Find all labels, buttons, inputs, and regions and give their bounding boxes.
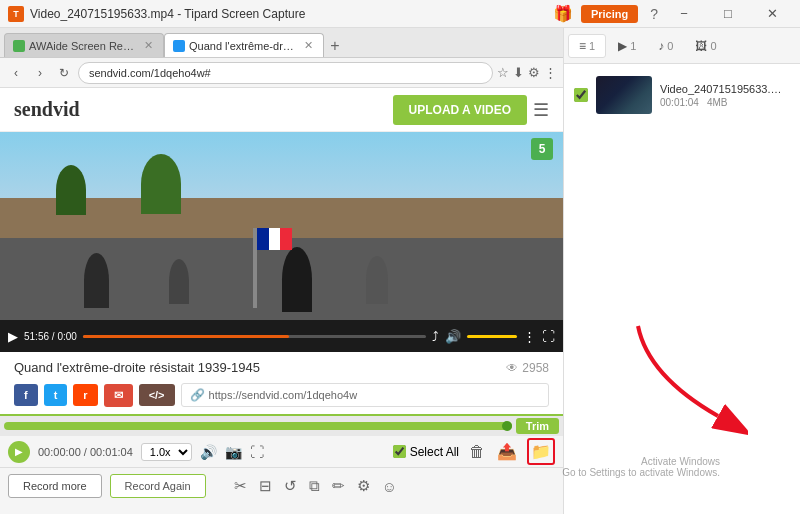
export-icon[interactable]: 📤	[495, 440, 519, 463]
close-button[interactable]: ✕	[752, 3, 792, 25]
right-panel: ≡ 1 ▶ 1 ♪ 0 🖼 0	[564, 28, 800, 514]
media-tab-all[interactable]: ≡ 1	[568, 34, 606, 58]
refresh-button[interactable]: ↻	[54, 63, 74, 83]
browser-tab-2[interactable]: Quand l'extrême-droite résist... ✕	[164, 33, 324, 57]
video-total-time: 0:00	[57, 331, 76, 342]
media-item-checkbox[interactable]	[574, 88, 588, 102]
titlebar-title: Video_240715195633.mp4 - Tipard Screen C…	[30, 7, 305, 21]
settings-icon[interactable]: ⚙	[357, 477, 370, 495]
record-more-button[interactable]: Record more	[8, 474, 102, 498]
main-container: AWAide Screen Recorder: Scre... ✕ Quand …	[0, 28, 800, 514]
question-icon[interactable]: ?	[650, 6, 658, 22]
email-share-button[interactable]: ✉	[104, 384, 133, 407]
video-scene: 5	[0, 132, 563, 352]
fullscreen-ctrl-icon[interactable]: ⛶	[250, 444, 264, 460]
browser-tab-1[interactable]: AWAide Screen Recorder: Scre... ✕	[4, 33, 164, 57]
media-tab-image[interactable]: 🖼 0	[685, 35, 726, 57]
extension-icon[interactable]: ⚙	[528, 65, 540, 80]
fullscreen-icon[interactable]: ⛶	[542, 329, 555, 344]
video-container: 5 ▶ 51:56 / 0:00 ⤴ 🔊 ⋮	[0, 132, 563, 352]
image-icon: 🖼	[695, 39, 707, 53]
media-filename: Video_240715195633.mp4	[660, 83, 790, 95]
adjust-icon[interactable]: ⊟	[259, 477, 272, 495]
record-again-button[interactable]: Record Again	[110, 474, 206, 498]
pricing-button[interactable]: Pricing	[581, 5, 638, 23]
video-count: 1	[630, 40, 636, 52]
video-play-button[interactable]: ▶	[8, 329, 18, 344]
delete-icon[interactable]: 🗑	[467, 441, 487, 463]
figure-4	[366, 256, 388, 304]
time-display: 00:00:00 / 00:01:04	[38, 446, 133, 458]
tab-close-2[interactable]: ✕	[302, 39, 315, 52]
facebook-share-button[interactable]: f	[14, 384, 38, 406]
minimize-button[interactable]: −	[664, 3, 704, 25]
smiley-icon[interactable]: ☺	[382, 478, 397, 495]
figure-2	[169, 259, 189, 304]
volume-bar[interactable]	[467, 335, 517, 338]
volume-ctrl-icon[interactable]: 🔊	[200, 444, 217, 460]
share-icon[interactable]: ⤴	[432, 329, 439, 344]
share-bar: f t r ✉ </> 🔗 https://sendvid.com/1dqeho…	[14, 383, 549, 407]
hamburger-menu[interactable]: ☰	[533, 99, 549, 121]
list-icon: ≡	[579, 39, 586, 53]
image-count: 0	[710, 40, 716, 52]
media-item[interactable]: Video_240715195633.mp4 00:01:04 4MB	[570, 70, 794, 120]
tab-close-1[interactable]: ✕	[142, 39, 155, 52]
maximize-button[interactable]: □	[708, 3, 748, 25]
forward-button[interactable]: ›	[30, 63, 50, 83]
video-title-text: Quand l'extrême-droite résistait 1939-19…	[14, 360, 260, 375]
url-input[interactable]	[78, 62, 493, 84]
link-icon: 🔗	[190, 388, 205, 402]
sendvid-logo: sendvid	[14, 98, 80, 121]
crop-icon[interactable]: ⧉	[309, 477, 320, 495]
folder-icon[interactable]: 📁	[527, 438, 555, 465]
play-pause-button[interactable]: ▶	[8, 441, 30, 463]
media-tab-audio[interactable]: ♪ 0	[648, 35, 683, 57]
share-link[interactable]: 🔗 https://sendvid.com/1dqeho4w	[181, 383, 549, 407]
text-icon[interactable]: ✏	[332, 477, 345, 495]
bookmark-icon[interactable]: ☆	[497, 65, 509, 80]
twitter-share-button[interactable]: t	[44, 384, 68, 406]
volume-icon[interactable]: 🔊	[445, 329, 461, 344]
tab-label-2: Quand l'extrême-droite résist...	[189, 40, 298, 52]
titlebar-controls: 🎁 Pricing ? − □ ✕	[553, 3, 792, 25]
bottom-toolbar: Trim ▶ 00:00:00 / 00:01:04 1.0x 0.5x 1.5…	[0, 414, 563, 514]
view-count: 👁 2958	[506, 361, 549, 375]
upload-video-button[interactable]: UPLOAD A VIDEO	[393, 95, 527, 125]
video-icon: ▶	[618, 39, 627, 53]
sendvid-header: sendvid UPLOAD A VIDEO ☰	[0, 88, 563, 132]
rotate-icon[interactable]: ↺	[284, 477, 297, 495]
tree-2	[141, 154, 181, 214]
select-all-checkbox[interactable]	[393, 445, 406, 458]
playback-controls: ▶ 00:00:00 / 00:01:04 1.0x 0.5x 1.5x 2.0…	[0, 436, 563, 468]
titlebar-left: T Video_240715195633.mp4 - Tipard Screen…	[8, 6, 305, 22]
media-tab-video[interactable]: ▶ 1	[608, 35, 646, 57]
cut-icon[interactable]: ✂	[234, 477, 247, 495]
more-options-icon[interactable]: ⋮	[523, 329, 536, 344]
embed-share-button[interactable]: </>	[139, 384, 175, 406]
reddit-share-button[interactable]: r	[73, 384, 97, 406]
edit-icons: ✂ ⊟ ↺ ⧉ ✏ ⚙ ☺	[234, 477, 397, 495]
menu-icon[interactable]: ⋮	[544, 65, 557, 80]
back-button[interactable]: ‹	[6, 63, 26, 83]
tree-1	[56, 165, 86, 215]
app-icon: T	[8, 6, 24, 22]
titlebar: T Video_240715195633.mp4 - Tipard Screen…	[0, 0, 800, 28]
video-progress-bar[interactable]	[83, 335, 426, 338]
speed-select[interactable]: 1.0x 0.5x 1.5x 2.0x	[141, 443, 192, 461]
trim-button[interactable]: Trim	[516, 418, 559, 434]
download-icon[interactable]: ⬇	[513, 65, 524, 80]
video-info: Quand l'extrême-droite résistait 1939-19…	[0, 352, 563, 414]
audio-count: 0	[667, 40, 673, 52]
timeline-track[interactable]	[4, 422, 512, 430]
address-bar: ‹ › ↻ ☆ ⬇ ⚙ ⋮	[0, 58, 563, 88]
screenshot-icon[interactable]: 📷	[225, 444, 242, 460]
share-link-text: https://sendvid.com/1dqeho4w	[209, 389, 358, 401]
browser-content: sendvid UPLOAD A VIDEO ☰	[0, 88, 563, 414]
select-all-area: Select All	[393, 445, 459, 459]
eye-icon: 👁	[506, 361, 518, 375]
timeline-handle[interactable]	[502, 421, 512, 431]
media-thumbnail	[596, 76, 652, 114]
video-title: Quand l'extrême-droite résistait 1939-19…	[14, 360, 549, 375]
new-tab-button[interactable]: +	[324, 35, 346, 57]
